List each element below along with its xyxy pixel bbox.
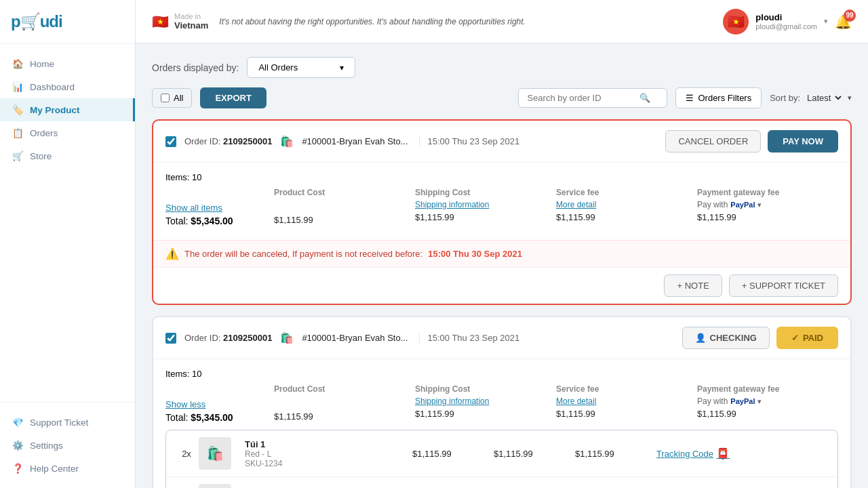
sort-select[interactable]: Latest Oldest	[804, 92, 844, 104]
search-box: 🔍	[518, 88, 667, 108]
shipping-cost-col-2: Shipping Cost Shipping information $1,11…	[415, 384, 556, 423]
sidebar-item-store[interactable]: 🛒 Store	[0, 144, 135, 167]
action-row: All EXPORT 🔍 ☰ Orders Filters Sort by: L…	[152, 87, 852, 108]
topbar: 🇻🇳 Made in Vietnam It's not about having…	[136, 0, 868, 43]
orders-icon: 📋	[12, 127, 23, 138]
item-1-details: Túi 1 Red - L SKU-1234	[239, 439, 412, 468]
shipping-cost-label-2: Shipping Cost	[415, 384, 556, 394]
sidebar-item-settings[interactable]: ⚙️ Settings	[0, 434, 135, 457]
logo-area: p🛒udi	[0, 0, 135, 44]
sidebar-item-dashboard[interactable]: 📊 Dashboard	[0, 75, 135, 98]
order-card-1: Order ID: 2109250001 🛍️ #100001-Bryan Ev…	[152, 119, 852, 305]
item-2-name: Ví 2	[245, 486, 412, 489]
item-1-variant: Red - L	[245, 449, 412, 459]
order-2-body: Items: 10 Show less Total: $5,345.00 Pro…	[153, 359, 850, 488]
export-button[interactable]: EXPORT	[200, 87, 266, 108]
user-name: ploudi	[755, 12, 817, 22]
pay-with-label-2: Pay with PayPal ▾	[697, 396, 838, 406]
sort-area: Sort by: Latest Oldest ▾	[770, 92, 852, 104]
chevron-down-icon: ▾	[340, 63, 344, 73]
sidebar-item-orders[interactable]: 📋 Orders	[0, 121, 135, 144]
order-1-id-label: Order ID: 2109250001	[184, 136, 272, 146]
shipping-cost-label: Shipping Cost	[415, 188, 556, 197]
shipping-cost-value-2: $1,115.99	[415, 409, 556, 419]
item-1-service-fee: $1,115.99	[575, 449, 656, 459]
more-detail-link-2[interactable]: More detail	[556, 396, 697, 406]
total-value: Total: $5,345.00	[165, 216, 274, 226]
made-in-label: Made in	[174, 12, 208, 20]
diamond-icon: 💎	[12, 417, 23, 428]
service-fee-label-2: Service fee	[556, 384, 697, 394]
nav-section: 🏠 Home 📊 Dashboard 🏷️ My Product 📋 Order…	[0, 44, 135, 402]
alert-text: The order will be canceled, If payment i…	[184, 249, 422, 259]
shipping-cost-col: Shipping Cost Shipping information $1,11…	[415, 188, 556, 226]
filter-selected-value: All Orders	[258, 62, 298, 73]
sidebar-item-my-product[interactable]: 🏷️ My Product	[0, 98, 135, 121]
notification-badge: 99	[844, 9, 856, 22]
sidebar-item-help-center[interactable]: ❓ Help Center	[0, 457, 135, 480]
nav-bottom: 💎 Support Ticket ⚙️ Settings ❓ Help Cent…	[0, 402, 135, 488]
paypal-logo: PayPal	[730, 201, 755, 209]
service-fee-col: Service fee More detail $1,115.99	[556, 188, 697, 226]
sidebar-item-label: Help Center	[30, 464, 79, 474]
payment-gateway-label: Payment gateway fee	[697, 188, 838, 197]
product-cost-value: $1,115.99	[274, 215, 415, 225]
payment-gateway-col-2: Payment gateway fee Pay with PayPal ▾ $1…	[697, 384, 838, 423]
all-label: All	[174, 93, 183, 103]
items-table: 2x 🛍️ Túi 1 Red - L SKU-1234 $1,115.99 $…	[165, 430, 838, 488]
all-checkbox-input[interactable]	[161, 94, 170, 102]
filter-icon: ☰	[686, 93, 694, 103]
item-1-image-placeholder: 🛍️	[207, 445, 224, 462]
order-2-id-label: Order ID: 2109250001	[184, 333, 272, 343]
order-1-body: Items: 10 Show all items Total: $5,345.0…	[153, 163, 850, 240]
total-col: Show all items Total: $5,345.00	[165, 188, 274, 226]
sidebar-item-label: Dashboard	[30, 82, 75, 92]
costs-grid-2: Show less Total: $5,345.00 Product Cost …	[165, 384, 838, 423]
sidebar-item-home[interactable]: 🏠 Home	[0, 52, 135, 75]
user-info: ploudi ploudi@gmail.com	[755, 12, 817, 30]
order-2-store: #100001-Bryan Evah Sto...	[302, 333, 408, 343]
checking-icon: 👤	[695, 333, 706, 343]
order-1-store: #100001-Bryan Evah Sto...	[302, 136, 408, 146]
sidebar-item-support-ticket[interactable]: 💎 Support Ticket	[0, 411, 135, 434]
chevron-down-icon[interactable]: ▾	[824, 17, 828, 26]
cancel-order-button[interactable]: CANCEL ORDER	[665, 130, 761, 152]
service-fee-label: Service fee	[556, 188, 697, 197]
pay-now-button[interactable]: PAY NOW	[768, 130, 838, 152]
item-1-sku: SKU-1234	[245, 459, 412, 468]
orders-filters-button[interactable]: ☰ Orders Filters	[675, 87, 762, 108]
tag-icon: 🏷️	[12, 104, 23, 115]
service-fee-value-2: $1,115.99	[556, 409, 697, 419]
orders-displayed-label: Orders displayed by:	[152, 62, 239, 73]
orders-filter-select[interactable]: All Orders ▾	[247, 57, 355, 78]
sidebar: p🛒udi 🏠 Home 📊 Dashboard 🏷️ My Product 📋…	[0, 0, 136, 488]
payment-gateway-value: $1,115.99	[697, 212, 838, 222]
shipping-info-link-2[interactable]: Shipping information	[415, 396, 556, 406]
user-avatar: 🇻🇳	[723, 9, 749, 35]
show-all-items-link[interactable]: Show all items	[165, 203, 274, 213]
order-1-checkbox[interactable]	[165, 136, 176, 147]
paypal-chevron-icon: ▾	[757, 201, 762, 209]
select-all-checkbox[interactable]: All	[152, 88, 192, 108]
sidebar-item-label: Home	[30, 59, 54, 69]
checkmark-icon: ✓	[791, 333, 799, 343]
items-count: Items: 10	[165, 172, 201, 182]
note-button-1[interactable]: + NOTE	[664, 274, 722, 297]
shipping-info-link[interactable]: Shipping information	[415, 200, 556, 209]
notification-bell[interactable]: 🔔 99	[835, 14, 852, 30]
paid-button[interactable]: ✓ PAID	[776, 327, 838, 349]
logo: p🛒udi	[11, 12, 62, 31]
total-col-2: Show less Total: $5,345.00	[165, 384, 274, 423]
service-fee-col-2: Service fee More detail $1,115.99	[556, 384, 697, 423]
user-email: ploudi@gmail.com	[755, 22, 817, 30]
show-less-link[interactable]: Show less	[165, 399, 274, 409]
item-2-image: 🛍️	[199, 484, 231, 488]
more-detail-link[interactable]: More detail	[556, 200, 697, 209]
sidebar-item-label: Support Ticket	[30, 418, 88, 428]
checking-button[interactable]: 👤 CHECKING	[682, 327, 770, 349]
search-input[interactable]	[527, 93, 635, 103]
support-ticket-button-1[interactable]: + SUPPORT TICKET	[729, 274, 838, 297]
settings-icon: ⚙️	[12, 440, 23, 451]
order-2-checkbox[interactable]	[165, 333, 176, 344]
item-1-tracking[interactable]: Tracking Code 📮	[656, 447, 829, 460]
